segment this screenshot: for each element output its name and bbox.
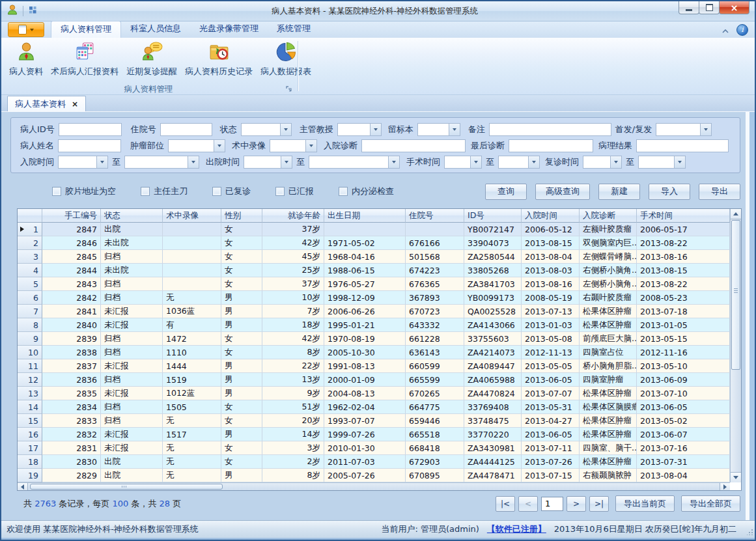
column-header-10[interactable]: 入院诊断	[580, 209, 637, 223]
combo-dropdown-button[interactable]	[674, 156, 685, 168]
checkbox-box[interactable]	[275, 187, 285, 196]
checkbox-box[interactable]	[141, 187, 150, 196]
filter-input-1-4[interactable]	[509, 139, 593, 152]
table-row[interactable]: 172831未汇报无女3岁2010-01-30668418ZA343098120…	[18, 441, 741, 455]
advanced-query-button[interactable]: 高级查询	[535, 184, 590, 200]
filter-combo-2-2[interactable]	[244, 156, 292, 169]
column-header-9[interactable]: 入院时间	[522, 209, 580, 223]
table-row[interactable]: 122836归档1519男13岁2000-01-09665599ZA406598…	[18, 373, 741, 387]
ribbon-button-0[interactable]: 病人资料	[5, 40, 47, 77]
checkbox-4[interactable]: 内分泌检查	[339, 186, 394, 197]
filter-combo-0-3[interactable]	[337, 123, 382, 136]
ribbon-tab-3[interactable]: 系统管理	[268, 21, 320, 38]
combo-dropdown-button[interactable]	[470, 156, 481, 168]
checkbox-3[interactable]: 已汇报	[275, 186, 314, 197]
ribbon-tab-0[interactable]: 病人资料管理	[51, 21, 121, 38]
filter-combo-2-7[interactable]	[638, 156, 686, 169]
combo-dropdown-button[interactable]	[96, 156, 107, 168]
combo-dropdown-button[interactable]	[388, 156, 399, 168]
column-header-8[interactable]: ID号	[464, 209, 522, 223]
table-row[interactable]: 132835未汇报1012蓝男9岁2004-08-13670265ZA44708…	[18, 387, 741, 400]
close-tab-icon[interactable]: ×	[72, 100, 78, 109]
table-row[interactable]: 162832未汇报1517男14岁1999-07-266655183377022…	[18, 428, 741, 441]
column-header-2[interactable]: 状态	[101, 209, 163, 223]
filter-input-1-0[interactable]	[58, 139, 121, 152]
resize-grip[interactable]	[747, 529, 753, 535]
collapse-ribbon-icon[interactable]	[722, 23, 729, 36]
table-row[interactable]: 22846未出院女42岁1971-05-02676166339040732013…	[18, 236, 741, 250]
combo-dropdown-button[interactable]	[449, 124, 460, 135]
info-icon[interactable]: i	[736, 24, 748, 36]
table-row[interactable]: 102838归档1110女8岁2005-10-30636143ZA4214073…	[18, 346, 741, 359]
close-button[interactable]: ×	[719, 1, 749, 14]
table-row[interactable]: 62842归档无男10岁1998-12-09367893YB0099173200…	[18, 291, 741, 305]
vertical-scrollbar[interactable]	[730, 209, 741, 482]
table-row[interactable]: 92839归档1472女42岁1970-08-19661228337556032…	[18, 332, 741, 346]
column-header-6[interactable]: 出生日期	[324, 209, 406, 223]
combo-dropdown-button[interactable]	[305, 140, 316, 152]
filter-combo-2-0[interactable]	[58, 156, 108, 169]
filter-input-0-0[interactable]	[59, 123, 122, 136]
export-button[interactable]: 导出	[699, 184, 740, 200]
column-header-11[interactable]: 手术时间	[637, 209, 730, 223]
combo-dropdown-button[interactable]	[214, 140, 225, 152]
checkbox-0[interactable]: 胶片地址为空	[52, 186, 116, 197]
export-all-pages-button[interactable]: 导出全部页	[681, 495, 740, 512]
ribbon-button-3[interactable]: 病人资料历史记录	[181, 40, 257, 77]
scroll-up-button[interactable]	[731, 209, 741, 219]
filter-input-1-5[interactable]	[636, 139, 729, 152]
prev-page-button[interactable]: <	[518, 496, 538, 512]
table-row[interactable]: 12847出院女37岁YB00721472006-05-12左额叶胶质瘤2006…	[18, 223, 741, 236]
ribbon-button-2[interactable]: 近期复诊提醒	[122, 40, 181, 77]
combo-dropdown-button[interactable]	[610, 156, 621, 168]
scroll-down-button[interactable]	[731, 472, 741, 482]
dialog-launcher-icon[interactable]	[286, 85, 293, 92]
column-header-3[interactable]: 术中录像	[163, 209, 221, 223]
table-row[interactable]: 32845归档女45岁1968-04-16501568ZA25805442013…	[18, 250, 741, 264]
filter-combo-0-6[interactable]	[656, 123, 712, 136]
filter-input-0-5[interactable]	[489, 123, 611, 136]
ribbon-button-4[interactable]: 病人数据报表	[257, 40, 315, 77]
table-row[interactable]: 182830出院无女2岁2011-07-03672903ZA4444125201…	[18, 455, 741, 469]
column-header-7[interactable]: 住院号	[406, 209, 464, 223]
scroll-right-button[interactable]	[720, 483, 730, 490]
scroll-left-button[interactable]	[18, 483, 28, 490]
filter-combo-1-1[interactable]	[168, 139, 225, 152]
combo-dropdown-button[interactable]	[370, 124, 381, 135]
checkbox-1[interactable]: 主任主刀	[141, 186, 188, 197]
combo-dropdown-button[interactable]	[700, 124, 711, 135]
tab-patient-basic-info[interactable]: 病人基本资料 ×	[7, 96, 86, 111]
ribbon-tab-2[interactable]: 光盘录像带管理	[190, 21, 268, 38]
filter-combo-2-4[interactable]	[444, 156, 482, 169]
filter-combo-2-3[interactable]	[309, 156, 400, 169]
combo-dropdown-button[interactable]	[280, 124, 291, 135]
page-number-input[interactable]	[541, 497, 563, 511]
export-current-page-button[interactable]: 导出当前页	[615, 495, 675, 512]
filter-combo-2-1[interactable]	[124, 156, 199, 169]
quick-access-icon[interactable]	[28, 5, 38, 18]
table-row[interactable]: 42844未出院女25岁1988-06-15674223338052682013…	[18, 264, 741, 277]
combo-dropdown-button[interactable]	[188, 156, 199, 168]
column-header-1[interactable]: 手工编号	[42, 209, 101, 223]
table-row[interactable]: 192829出院无男8岁2005-07-26670895ZA4478471201…	[18, 469, 741, 482]
filter-input-1-3[interactable]	[361, 139, 466, 152]
column-header-4[interactable]: 性别	[221, 209, 262, 223]
import-button[interactable]: 导入	[649, 184, 690, 200]
table-row[interactable]: 142834归档1505女51岁1962-02-0466477533769408…	[18, 400, 741, 414]
table-row[interactable]: 72841未汇报1036蓝男7岁2006-06-26670723QA002552…	[18, 305, 741, 318]
table-row[interactable]: 152833归档无女20岁1993-07-0765944633748475201…	[18, 414, 741, 428]
checkbox-2[interactable]: 已复诊	[212, 186, 251, 197]
ribbon-button-1[interactable]: 术后病人汇报资料	[47, 40, 122, 77]
vertical-scroll-thumb[interactable]	[731, 220, 740, 370]
column-header-0[interactable]	[18, 209, 42, 223]
filter-combo-2-5[interactable]	[498, 156, 540, 169]
restore-button[interactable]	[699, 1, 720, 14]
horizontal-scrollbar[interactable]	[18, 482, 730, 490]
checkbox-box[interactable]	[212, 187, 221, 196]
table-row[interactable]: 82840未汇报有男18岁1995-01-21643332ZA414306620…	[18, 318, 741, 332]
new-button[interactable]: 新建	[598, 184, 640, 200]
table-row[interactable]: 112837未汇报1444男22岁1991-08-13660599ZA40894…	[18, 359, 741, 373]
checkbox-box[interactable]	[339, 187, 348, 196]
filter-input-0-1[interactable]	[160, 123, 212, 136]
app-menu-button[interactable]	[8, 22, 44, 37]
